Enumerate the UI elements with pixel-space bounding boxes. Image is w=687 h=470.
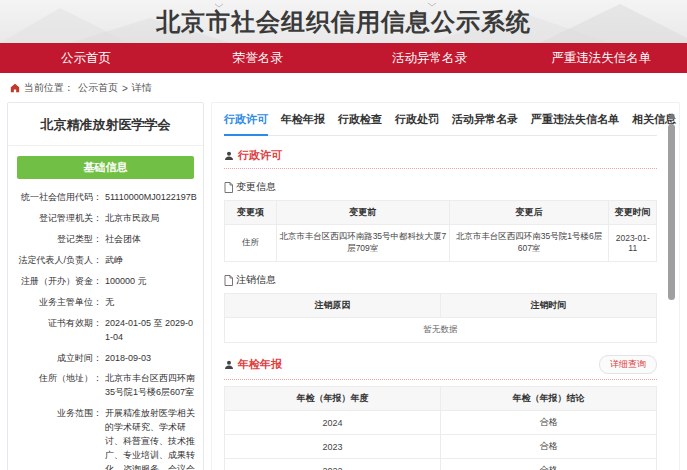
- breadcrumb-separator: >: [122, 83, 128, 94]
- org-fields: 统一社会信用代码： 51110000MJ0122197B 登记管理机关： 北京市…: [8, 183, 203, 470]
- tab-abnormal-activity-list[interactable]: 活动异常名录: [452, 112, 518, 135]
- change-before: 北京市丰台区西四环南路35号中都科技大厦7层709室: [276, 225, 449, 262]
- document-icon: [224, 182, 233, 193]
- detail-panel: 行政许可 年检年报 行政检查 行政处罚 活动异常名录 严重违法失信名单 相关信息…: [211, 102, 680, 470]
- field-supervisory-unit: 业务主管单位： 无: [12, 296, 197, 310]
- tab-administrative-penalty[interactable]: 行政处罚: [395, 112, 439, 135]
- breadcrumb-prefix: 当前位置：: [24, 81, 74, 95]
- org-info-card: 北京精准放射医学学会 基础信息 统一社会信用代码： 51110000MJ0122…: [7, 102, 204, 470]
- annual-section-header: 年检年报 详细查询: [224, 355, 657, 374]
- column-header: 年检（年报）结论: [441, 387, 657, 411]
- table-row: 2023 合格: [225, 435, 657, 459]
- breadcrumb-current: 详情: [132, 81, 152, 95]
- home-icon: [10, 83, 20, 93]
- column-header: 变更前: [276, 201, 449, 225]
- person-icon: [224, 360, 234, 370]
- license-section-title: 行政许可: [238, 148, 282, 163]
- field-business-scope: 业务范围： 开展精准放射医学相关的学术研究、学术研讨、科普宣传、技术推广、专业培…: [12, 407, 197, 470]
- cancel-info-table: 注销原因 注销时间 暂无数据: [224, 293, 657, 343]
- empty-data-text: 暂无数据: [225, 318, 657, 343]
- table-row: 2022 合格: [225, 459, 657, 470]
- document-icon: [224, 275, 233, 286]
- annual-year: 2023: [225, 435, 441, 459]
- field-registration-type: 登记类型： 社会团体: [12, 233, 197, 247]
- annual-result: 合格: [441, 435, 657, 459]
- field-credit-code: 统一社会信用代码： 51110000MJ0122197B: [12, 191, 197, 205]
- detail-tabs: 行政许可 年检年报 行政检查 行政处罚 活动异常名录 严重违法失信名单 相关信息: [224, 112, 657, 136]
- nav-item-home[interactable]: 公示首页: [0, 43, 172, 73]
- change-info-table: 变更项 变更前 变更后 变更时间 住所 北京市丰台区西四环南路35号中都科技大厦…: [224, 200, 657, 262]
- annual-result: 合格: [441, 411, 657, 435]
- table-header-row: 注销原因 注销时间: [225, 294, 657, 318]
- nav-item-serious-violation-list[interactable]: 严重违法失信名单: [515, 43, 687, 73]
- field-certificate-validity: 证书有效期： 2024-01-05 至 2029-01-04: [12, 317, 197, 345]
- column-header: 注销时间: [441, 294, 657, 318]
- column-header: 变更后: [449, 201, 609, 225]
- cancel-info-title: 注销信息: [236, 273, 276, 287]
- tab-administrative-inspection[interactable]: 行政检查: [338, 112, 382, 135]
- page-title: 北京市社会组织信用信息公示系统: [156, 6, 531, 38]
- annual-year: 2022: [225, 459, 441, 470]
- annual-result: 合格: [441, 459, 657, 470]
- tab-serious-violation-list[interactable]: 严重违法失信名单: [531, 112, 619, 135]
- column-header: 变更时间: [609, 201, 657, 225]
- scrollbar: [667, 113, 676, 470]
- content-layout: 北京精准放射医学学会 基础信息 统一社会信用代码： 51110000MJ0122…: [0, 101, 687, 470]
- org-name: 北京精准放射医学学会: [8, 103, 203, 146]
- change-info-title: 变更信息: [236, 180, 276, 194]
- basic-info-button[interactable]: 基础信息: [17, 156, 194, 179]
- change-date: 2023-01-11: [609, 225, 657, 262]
- annual-report-table: 年检（年报）年度 年检（年报）结论 2024 合格 2023 合格 2022 合…: [224, 386, 657, 470]
- table-header-row: 年检（年报）年度 年检（年报）结论: [225, 387, 657, 411]
- license-section-header: 行政许可: [224, 148, 657, 163]
- header-banner: 北京市社会组织信用信息公示系统: [0, 0, 687, 43]
- detail-query-button[interactable]: 详细查询: [599, 355, 657, 374]
- breadcrumb-home-link[interactable]: 公示首页: [78, 81, 118, 95]
- field-established-date: 成立时间： 2018-09-03: [12, 352, 197, 366]
- change-info-header: 变更信息: [224, 180, 657, 194]
- nav-item-abnormal-activity-list[interactable]: 活动异常名录: [344, 43, 516, 73]
- divider-dotted: [224, 168, 657, 169]
- annual-year: 2024: [225, 411, 441, 435]
- scrollbar-up-arrow-icon[interactable]: [668, 113, 676, 119]
- column-header: 注销原因: [225, 294, 441, 318]
- column-header: 年检（年报）年度: [225, 387, 441, 411]
- breadcrumb: 当前位置： 公示首页 > 详情: [0, 73, 687, 101]
- tab-administrative-license[interactable]: 行政许可: [224, 112, 268, 136]
- change-after: 北京市丰台区西四环南35号院1号楼6层607室: [449, 225, 609, 262]
- cancel-info-header: 注销信息: [224, 273, 657, 287]
- column-header: 变更项: [225, 201, 277, 225]
- table-row: 2024 合格: [225, 411, 657, 435]
- main-nav: 公示首页 荣誉名录 活动异常名录 严重违法失信名单: [0, 43, 687, 73]
- tab-annual-report[interactable]: 年检年报: [281, 112, 325, 135]
- scrollbar-thumb[interactable]: [668, 124, 675, 300]
- field-address: 住所（地址）： 北京市丰台区西四环南35号院1号楼6层607室: [12, 372, 197, 400]
- field-registration-authority: 登记管理机关： 北京市民政局: [12, 212, 197, 226]
- nav-item-honor-list[interactable]: 荣誉名录: [172, 43, 344, 73]
- field-legal-representative: 法定代表人/负责人： 武峥: [12, 254, 197, 268]
- person-icon: [224, 151, 234, 161]
- change-item: 住所: [225, 225, 277, 262]
- annual-section-title: 年检年报: [238, 357, 282, 372]
- table-row: 暂无数据: [225, 318, 657, 343]
- table-header-row: 变更项 变更前 变更后 变更时间: [225, 201, 657, 225]
- table-row: 住所 北京市丰台区西四环南路35号中都科技大厦7层709室 北京市丰台区西四环南…: [225, 225, 657, 262]
- field-registered-capital: 注册（开办）资金： 100000 元: [12, 275, 197, 289]
